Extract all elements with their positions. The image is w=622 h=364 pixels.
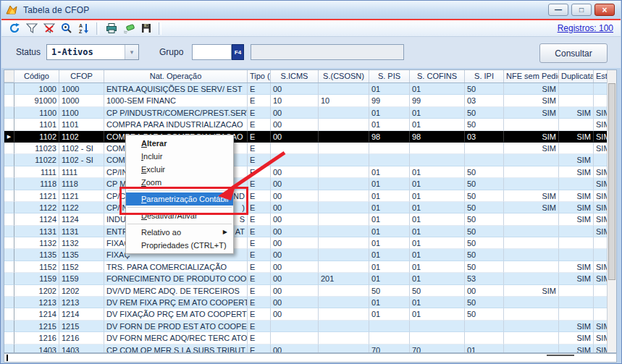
table-row[interactable]: 12161216DV FORN MERC ADQ/REC TERC ATOESI… — [4, 332, 608, 344]
column-header[interactable]: S.(CSOSN) — [319, 70, 369, 82]
row-selector[interactable] — [4, 83, 14, 95]
table-row[interactable]: 11181118CP ME00010150SIM — [4, 178, 608, 190]
table-row[interactable]: 14031403CP COM OP MER S.I.A SUBS TRIBUTE… — [4, 344, 608, 353]
table-row[interactable]: 9100010001000-SEM FINANCE1010999903SIM — [4, 95, 608, 106]
table-row[interactable]: 11241124INDUSE00010150SIMSIM — [4, 213, 608, 225]
cell: E — [248, 154, 271, 166]
column-header[interactable]: S.ICMS — [271, 70, 319, 82]
table-row[interactable]: 11111111CP/INE00010150SIMSIM — [4, 166, 608, 178]
row-selector[interactable] — [4, 143, 14, 154]
maximize-button[interactable]: □ — [571, 4, 592, 16]
row-selector[interactable] — [4, 202, 14, 213]
cell: CP P/INDUSTR/COMERC/PREST.SERV — [104, 107, 248, 119]
row-selector[interactable] — [4, 178, 14, 190]
column-header[interactable]: Tipo (E/S) — [248, 70, 271, 82]
scrollbar-thumb[interactable] — [608, 83, 615, 280]
cell — [594, 237, 608, 249]
row-selector[interactable] — [4, 95, 14, 106]
cell: E — [248, 202, 271, 213]
column-header[interactable]: S. PIS — [369, 70, 410, 82]
cell — [410, 154, 465, 166]
consultar-button[interactable]: Consultar — [539, 43, 608, 63]
cell: 00 — [271, 273, 319, 284]
row-selector[interactable] — [4, 190, 14, 202]
cell: E — [248, 332, 271, 344]
row-selector[interactable] — [4, 213, 14, 225]
column-header[interactable]: S. COFINS — [410, 70, 465, 82]
menu-item[interactable]: Excluir — [126, 163, 233, 176]
zoom-button[interactable] — [59, 22, 75, 35]
column-header[interactable]: Estoque — [594, 70, 608, 82]
menu-item[interactable]: Desativar/Ativar — [126, 209, 233, 222]
row-selector[interactable] — [4, 261, 14, 273]
save-button[interactable] — [138, 22, 154, 35]
quick-search-strip[interactable] — [4, 353, 617, 363]
column-header[interactable]: S. IPI — [465, 70, 504, 82]
cell: 00 — [271, 344, 319, 353]
table-row[interactable]: 11011101COMPRA PARA INDUSTRIALIZACAOE000… — [4, 119, 608, 130]
row-selector[interactable] — [4, 273, 14, 284]
table-row[interactable]: 12141214DV FIXAÇÃO PRÇ EM ATO COOPERTE00… — [4, 308, 608, 320]
column-header[interactable]: Nat. Operação — [104, 70, 248, 82]
table-row[interactable]: 11521152TRS. PARA COMERCIALIZAÇÃOE000101… — [4, 261, 608, 273]
row-selector[interactable] — [4, 249, 14, 261]
f4-lookup-button[interactable]: F4 — [232, 44, 244, 60]
row-selector[interactable] — [4, 107, 14, 119]
column-header[interactable]: Código — [14, 70, 59, 82]
registros-link[interactable]: Registros: 100 — [558, 23, 621, 33]
menu-item[interactable]: Incluir — [126, 150, 233, 163]
table-row[interactable]: 11311131ENTRATE00010150SIM — [4, 226, 608, 237]
cell — [319, 285, 369, 297]
row-selector[interactable] — [4, 154, 14, 166]
row-selector[interactable] — [4, 308, 14, 320]
status-combobox[interactable]: 1-Ativos ▾ — [46, 44, 139, 60]
row-selector[interactable] — [4, 297, 14, 308]
menu-item[interactable]: Parametrização Contábil — [126, 192, 233, 206]
row-selector[interactable] — [4, 285, 14, 297]
table-row[interactable]: 11211121CP/CNDE00010150SIMSIMSIM — [4, 190, 608, 202]
row-selector[interactable] — [4, 166, 14, 178]
menu-item[interactable]: Alterar — [126, 137, 233, 150]
close-button[interactable]: × — [594, 4, 615, 16]
row-selector[interactable] — [4, 344, 14, 353]
row-selector[interactable] — [4, 332, 14, 344]
column-header[interactable]: Duplicata — [559, 70, 594, 82]
refresh-button[interactable] — [7, 22, 22, 35]
cell: 1000 — [59, 83, 104, 95]
table-row[interactable]: 11321132FIXAÇE00010150 — [4, 237, 608, 249]
menu-item[interactable]: Zoom — [126, 176, 233, 189]
row-selector[interactable] — [4, 226, 14, 237]
column-header[interactable]: NFE sem Pedido — [504, 70, 559, 82]
clear-filter-button[interactable] — [41, 22, 57, 35]
column-header[interactable]: CFOP — [59, 70, 104, 82]
table-row[interactable]: ▶11021102COMPRA PARA COMERCIALIZACAOE009… — [4, 131, 608, 143]
chevron-down-icon[interactable]: ▾ — [125, 45, 138, 59]
grupo-input[interactable] — [192, 44, 232, 60]
row-selector[interactable] — [4, 119, 14, 130]
cell — [319, 344, 369, 353]
table-row[interactable]: 11591159FORNECIMENTO DE PRODUTO COOPERE0… — [4, 273, 608, 284]
row-selector[interactable] — [4, 321, 14, 332]
table-row[interactable]: 12021202DV/VD MERC ADQ. DE TERCEIROSE005… — [4, 285, 608, 297]
erase-button[interactable] — [121, 22, 137, 35]
table-row[interactable]: 11221122CP/IN)E00010150SIMSIMSIM — [4, 202, 608, 213]
sort-button[interactable]: A Z — [76, 22, 92, 35]
cell — [319, 308, 369, 320]
row-selector[interactable] — [4, 237, 14, 249]
table-row[interactable]: 12151215DV FORN DE PROD EST ATO COOPERES… — [4, 321, 608, 332]
menu-item[interactable]: Relativo ao▶ — [126, 226, 233, 239]
print-button[interactable] — [104, 22, 119, 35]
vertical-scrollbar[interactable] — [607, 70, 616, 352]
table-row[interactable]: 11351135FIXAÇE00010150 — [4, 249, 608, 261]
table-row[interactable]: 12131213DV REM FIXA PRÇ EM ATO COOPERTE0… — [4, 297, 608, 308]
cell: SIM — [594, 190, 608, 202]
table-row[interactable]: 110231102 - SICOMIESIMSIM — [4, 143, 608, 154]
table-row[interactable]: 110221102 - SICOMIESIM — [4, 154, 608, 166]
titlebar: Tabela de CFOP — □ × — [1, 1, 621, 19]
minimize-button[interactable]: — — [548, 4, 568, 16]
filter-button[interactable] — [24, 22, 40, 35]
selected-row-marker[interactable]: ▶ — [4, 131, 14, 143]
table-row[interactable]: 10001000ENTRA.AQUISIÇÕES DE SERV/ ESTE00… — [4, 83, 608, 95]
table-row[interactable]: 11001100CP P/INDUSTR/COMERC/PREST.SERVE0… — [4, 107, 608, 119]
menu-item[interactable]: Propriedades (CTRL+T) — [126, 239, 233, 252]
